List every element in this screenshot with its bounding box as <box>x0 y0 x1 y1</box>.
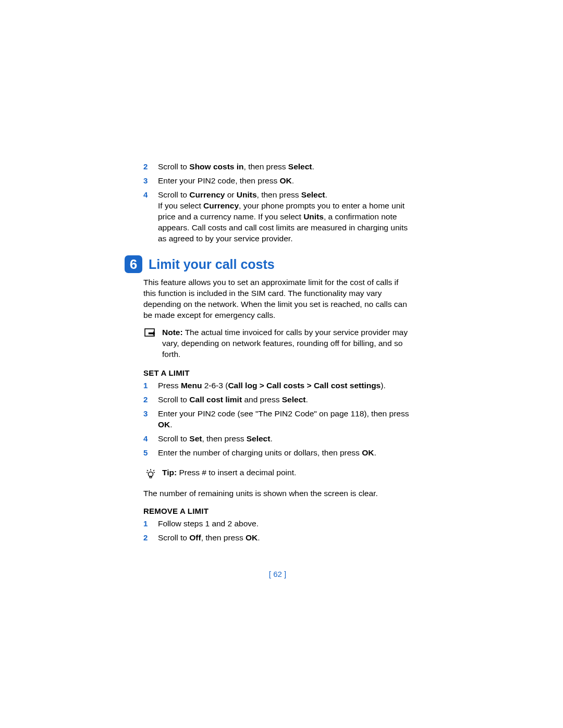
remove-limit-steps: 1 Follow steps 1 and 2 above. 2 Scroll t… <box>143 519 412 544</box>
step-text: Enter your PIN2 code, then press OK. <box>158 176 412 187</box>
svg-line-7 <box>153 470 154 471</box>
step-text: Enter the number of charging units or do… <box>158 448 412 459</box>
note-icon <box>143 327 158 339</box>
document-page: 2 Scroll to Show costs in, then press Se… <box>0 0 563 610</box>
step-text: Scroll to Call cost limit and press Sele… <box>158 394 412 405</box>
step-line: Scroll to Currency or Units, then press … <box>158 190 327 199</box>
note-body: The actual time invoiced for calls by yo… <box>162 328 408 359</box>
step-text: Press Menu 2-6-3 (Call log > Call costs … <box>158 380 412 391</box>
svg-line-4 <box>146 472 148 473</box>
step-item: 5 Enter the number of charging units or … <box>143 448 412 459</box>
set-limit-heading: SET A LIMIT <box>143 368 412 377</box>
step-item: 1 Follow steps 1 and 2 above. <box>143 519 412 529</box>
step-item: 1 Press Menu 2-6-3 (Call log > Call cost… <box>143 380 412 391</box>
step-number: 1 <box>143 519 158 529</box>
tip-label: Tip: <box>162 468 177 477</box>
section-intro: This feature allows you to set an approx… <box>143 277 412 321</box>
step-continuation: If you select Currency, your phone promp… <box>158 201 408 243</box>
step-number: 2 <box>143 162 158 172</box>
tip-body: Press # to insert a decimal point. <box>177 468 296 477</box>
remove-limit-heading: REMOVE A LIMIT <box>143 507 412 515</box>
step-item: 3 Enter your PIN2 code (see "The PIN2 Co… <box>143 409 412 430</box>
step-text: Scroll to Off, then press OK. <box>158 533 412 544</box>
step-text: Scroll to Show costs in, then press Sele… <box>158 162 412 172</box>
step-item: 4 Scroll to Currency or Units, then pres… <box>143 190 412 244</box>
tip-block: Tip: Press # to insert a decimal point. <box>143 467 412 480</box>
set-limit-steps: 1 Press Menu 2-6-3 (Call log > Call cost… <box>143 380 412 459</box>
step-item: 3 Enter your PIN2 code, then press OK. <box>143 176 412 187</box>
step-item: 2 Scroll to Off, then press OK. <box>143 533 412 544</box>
note-label: Note: <box>162 328 183 337</box>
step-item: 4 Scroll to Set, then press Select. <box>143 434 412 445</box>
tip-text: Tip: Press # to insert a decimal point. <box>158 467 412 478</box>
step-number: 4 <box>143 190 158 200</box>
step-number: 3 <box>143 176 158 186</box>
step-text: Scroll to Currency or Units, then press … <box>158 190 412 244</box>
section-number-badge: 6 <box>125 255 142 273</box>
page-number: [ 62 ] <box>143 570 412 578</box>
step-item: 2 Scroll to Call cost limit and press Se… <box>143 394 412 405</box>
step-number: 3 <box>143 409 158 419</box>
step-text: Follow steps 1 and 2 above. <box>158 519 412 529</box>
section-heading: 6 Limit your call costs <box>125 255 412 273</box>
step-number: 2 <box>143 394 158 405</box>
svg-point-1 <box>149 472 153 477</box>
step-number: 1 <box>143 380 158 391</box>
step-number: 2 <box>143 533 158 543</box>
step-text: Enter your PIN2 code (see "The PIN2 Code… <box>158 409 412 430</box>
top-steps: 2 Scroll to Show costs in, then press Se… <box>143 162 412 244</box>
svg-rect-2 <box>150 476 152 478</box>
note-block: Note: The actual time invoiced for calls… <box>143 327 412 360</box>
section-title: Limit your call costs <box>149 257 275 272</box>
svg-line-5 <box>154 472 155 473</box>
after-tip-text: The number of remaining units is shown w… <box>143 488 412 499</box>
step-number: 4 <box>143 434 158 444</box>
step-text: Scroll to Set, then press Select. <box>158 434 412 445</box>
step-item: 2 Scroll to Show costs in, then press Se… <box>143 162 412 172</box>
note-text: Note: The actual time invoiced for calls… <box>158 327 412 360</box>
svg-line-6 <box>147 470 148 471</box>
step-number: 5 <box>143 448 158 458</box>
lightbulb-icon <box>143 467 158 480</box>
